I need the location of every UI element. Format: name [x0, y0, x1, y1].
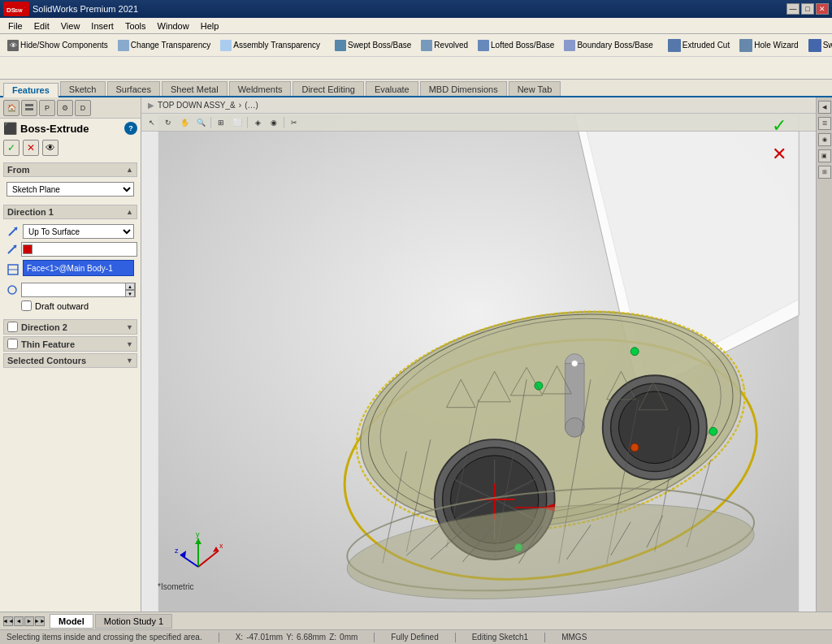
tab-weldments[interactable]: Weldments	[229, 81, 292, 96]
minimize-button[interactable]: —	[786, 3, 800, 15]
titlebar-controls[interactable]: — □ ✕	[786, 3, 829, 15]
direction1-section-header[interactable]: Direction 1 ▲	[3, 205, 137, 219]
vp-rotate-btn[interactable]: ↻	[161, 115, 176, 130]
reject-button[interactable]: ✕	[767, 142, 791, 166]
hole-wizard-button[interactable]: Hole Wizard	[735, 37, 802, 54]
draft-checkbox-row: Draft outward	[6, 300, 134, 311]
vp-hide-show-btn[interactable]: ◉	[266, 115, 281, 130]
scroll-first-btn[interactable]: ◄◄	[3, 616, 13, 626]
vp-select-btn[interactable]: ↖	[145, 115, 159, 130]
menu-file[interactable]: File	[3, 20, 28, 32]
iso-label: *Isometric	[158, 582, 193, 591]
vp-display-style-btn[interactable]: ◈	[250, 115, 265, 130]
menu-tools[interactable]: Tools	[120, 20, 151, 32]
revolved-button[interactable]: Revolved	[417, 38, 472, 53]
boundary-boss-button[interactable]: Boundary Boss/Base	[560, 38, 656, 53]
boss-extrude-icon: ⬛	[3, 122, 17, 135]
boss-extrude-panel: ⬛ Boss-Extrude ? ✓ ✕ 👁 From ▲ Sketch Pla…	[0, 119, 141, 612]
panel-tree-btn[interactable]	[21, 100, 37, 116]
swept-boss-label: Swept Boss/Base	[348, 41, 411, 50]
from-section-header[interactable]: From ▲	[3, 162, 137, 177]
svg-rect-4	[25, 108, 33, 110]
offset-input[interactable]	[22, 283, 125, 296]
swept-boss-button[interactable]: Swept Boss/Base	[331, 38, 415, 53]
sw-logo: DS SW	[3, 2, 29, 16]
offset-down-btn[interactable]: ▼	[125, 290, 135, 297]
tab-sketch[interactable]: Sketch	[60, 81, 106, 96]
right-icon-4[interactable]: ⊞	[818, 166, 831, 179]
offset-up-btn[interactable]: ▲	[125, 283, 135, 290]
vp-section-view-btn[interactable]: ✂	[287, 115, 301, 130]
face-selector[interactable]: Face<1>@Main Body-1	[23, 260, 134, 276]
boundary-boss-label: Boundary Boss/Base	[577, 41, 652, 50]
from-dropdown[interactable]: Sketch Plane	[6, 182, 134, 197]
model-tab[interactable]: Model	[50, 614, 93, 629]
swept-cut-button[interactable]: Swept Cut	[804, 37, 832, 54]
menu-window[interactable]: Window	[153, 20, 194, 32]
thin-feature-checkbox[interactable]	[7, 339, 18, 349]
tab-surfaces[interactable]: Surfaces	[107, 81, 160, 96]
swept-boss-icon	[335, 40, 346, 51]
preview-button[interactable]: 👁	[42, 140, 58, 156]
depth-input[interactable]	[33, 243, 136, 256]
lofted-boss-button[interactable]: Lofted Boss/Base	[474, 38, 558, 53]
right-expand-btn[interactable]: ◀	[818, 101, 831, 114]
right-icon-2[interactable]: ◉	[818, 133, 831, 146]
offset-arrows: ▲ ▼	[125, 283, 135, 297]
tab-new-tab[interactable]: New Tab	[509, 81, 561, 96]
maximize-button[interactable]: □	[801, 3, 814, 15]
model-canvas	[141, 115, 816, 612]
vp-zoom-fit-btn[interactable]: ⊞	[214, 115, 228, 130]
ok-button[interactable]: ✓	[3, 140, 20, 156]
menu-edit[interactable]: Edit	[29, 20, 54, 32]
extruded-cut-button[interactable]: Extruded Cut	[664, 37, 734, 54]
menu-help[interactable]: Help	[196, 20, 224, 32]
panel-home-btn[interactable]: 🏠	[3, 100, 20, 116]
extrude-dir-icon	[6, 243, 18, 256]
model-svg	[141, 115, 816, 612]
menu-view[interactable]: View	[56, 20, 85, 32]
svg-text:z: z	[175, 547, 179, 555]
panel-config-btn[interactable]: ⚙	[57, 100, 73, 116]
hide-show-components-button[interactable]: 👁 Hide/Show Components	[3, 38, 112, 53]
panel-display-btn[interactable]: D	[75, 100, 91, 116]
right-icon-3[interactable]: ▣	[818, 149, 831, 162]
tab-features[interactable]: Features	[3, 83, 58, 97]
from-dropdown-row: Sketch Plane	[6, 182, 134, 197]
accept-button[interactable]: ✓	[767, 114, 791, 138]
status-units: MMGS	[561, 633, 587, 642]
thin-feature-section-header[interactable]: Thin Feature ▼	[3, 336, 137, 352]
direction2-checkbox[interactable]	[7, 322, 18, 332]
menu-insert[interactable]: Insert	[86, 20, 119, 32]
draft-outward-label: Draft outward	[35, 301, 89, 311]
cancel-button[interactable]: ✕	[23, 140, 39, 156]
selected-contours-arrow: ▼	[126, 357, 133, 365]
direction2-section-header[interactable]: Direction 2 ▼	[3, 319, 137, 335]
draft-outward-checkbox[interactable]	[21, 300, 32, 311]
help-button[interactable]: ?	[124, 122, 137, 135]
right-icon-1[interactable]: ☰	[818, 117, 831, 130]
vp-view-orient-btn[interactable]: ⬜	[230, 115, 245, 130]
direction1-type-dropdown[interactable]: Up To Surface	[23, 224, 134, 239]
coordinate-triad: x y z	[174, 530, 223, 579]
svg-line-73	[180, 555, 198, 567]
transparency-label: Change Transparency	[131, 41, 210, 50]
close-button[interactable]: ✕	[816, 3, 829, 15]
panel-property-btn[interactable]: P	[39, 100, 55, 116]
status-message: Selecting items inside and crossing the …	[6, 633, 202, 642]
selected-contours-section-header[interactable]: Selected Contours ▼	[3, 353, 137, 368]
assembly-transparency-button[interactable]: Assembly Transparency	[216, 38, 324, 53]
tab-direct-editing[interactable]: Direct Editing	[292, 81, 363, 96]
scroll-next-btn[interactable]: ►	[24, 616, 34, 626]
boss-extrude-title: Boss-Extrude	[20, 123, 89, 135]
scroll-last-btn[interactable]: ►►	[35, 616, 45, 626]
vp-pan-btn[interactable]: ✋	[177, 115, 192, 130]
tab-evaluate[interactable]: Evaluate	[366, 81, 418, 96]
motion-study-tab[interactable]: Motion Study 1	[95, 614, 172, 629]
change-transparency-button[interactable]: Change Transparency	[114, 38, 214, 53]
scroll-prev-btn[interactable]: ◄	[14, 616, 24, 626]
vp-zoom-btn[interactable]: 🔍	[193, 115, 208, 130]
status-fully-defined: Fully Defined	[391, 633, 438, 642]
tab-mbd-dimensions[interactable]: MBD Dimensions	[420, 81, 507, 96]
tab-sheet-metal[interactable]: Sheet Metal	[162, 81, 228, 96]
